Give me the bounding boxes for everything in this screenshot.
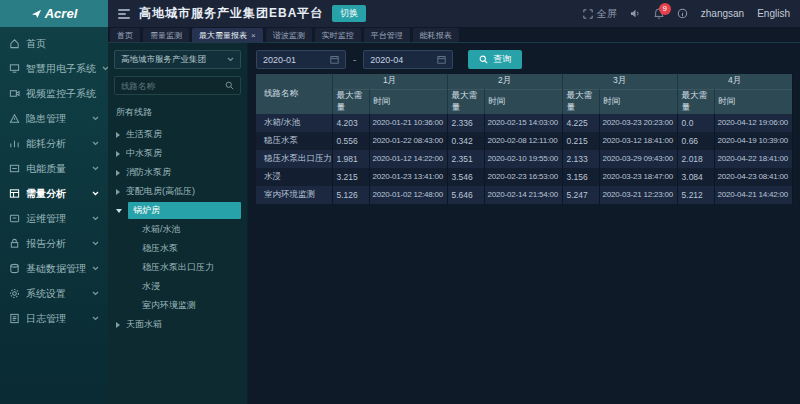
- language-switch[interactable]: English: [757, 8, 790, 19]
- tree-node-roof-tank[interactable]: 天面水箱: [114, 315, 241, 334]
- demand-cell: 4.225: [562, 114, 599, 132]
- demand-cell: 2.133: [562, 150, 599, 168]
- sidebar-item-settings[interactable]: 系统设置: [0, 281, 108, 306]
- chevron-down-icon: [92, 241, 99, 246]
- volume-button[interactable]: [630, 8, 641, 19]
- start-month-picker[interactable]: 2020-01: [256, 50, 346, 69]
- acrel-logo-icon: [31, 8, 42, 19]
- tree-node-pump-outlet-pressure[interactable]: 稳压水泵出口压力: [114, 258, 241, 277]
- demand-cell: 5.126: [332, 186, 369, 204]
- query-button-label: 查询: [493, 53, 511, 66]
- time-cell: 2020-04-21 14:42:00: [714, 186, 792, 204]
- caret-right-icon: [116, 132, 120, 138]
- time-cell: 2020-01-12 14:22:00: [369, 150, 447, 168]
- tab-max-demand-report[interactable]: 最大需量报表 ×: [192, 28, 263, 42]
- sidebar-item-power-quality[interactable]: 电能质量: [0, 156, 108, 181]
- table-row: 稳压水泵出口压力 1.981 2020-01-12 14:22:00 2.351…: [256, 150, 792, 168]
- sidebar-item-logs[interactable]: 日志管理: [0, 306, 108, 331]
- gear-icon: [9, 288, 20, 299]
- tab-harmonic-monitor[interactable]: 谐波监测: [266, 28, 312, 42]
- sidebar-item-demand-analysis[interactable]: 需量分析: [0, 181, 108, 206]
- tree-node-indoor-env[interactable]: 室内环境监测: [114, 296, 241, 315]
- time-sub-header: 时间: [369, 89, 447, 114]
- demand-cell: 3.215: [332, 168, 369, 186]
- sidebar-item-label: 系统设置: [26, 287, 66, 301]
- search-icon: [479, 55, 488, 64]
- time-sub-header: 时间: [599, 89, 677, 114]
- sidebar-item-base-data[interactable]: 基础数据管理: [0, 256, 108, 281]
- sidebar-item-label: 视频监控子系统: [26, 87, 96, 101]
- tab-home[interactable]: 首页: [110, 28, 140, 42]
- info-button[interactable]: [677, 8, 688, 19]
- sidebar-item-report-analysis[interactable]: 报告分析: [0, 231, 108, 256]
- acrel-logo: Acrel: [0, 0, 108, 27]
- tree-node-water-leak[interactable]: 水浸: [114, 277, 241, 296]
- sidebar-item-label: 基础数据管理: [26, 262, 86, 276]
- video-camera-icon: [9, 88, 20, 99]
- line-tree: 所有线路 生活泵房 中水泵房 消防水泵房: [114, 104, 241, 334]
- query-button[interactable]: 查询: [468, 50, 522, 69]
- switch-button[interactable]: 切换: [332, 5, 366, 22]
- sidebar-item-label: 运维管理: [26, 212, 66, 226]
- tree-node-boiler-room[interactable]: 锅炉房: [114, 201, 241, 220]
- time-cell: 2020-04-12 19:06:00: [714, 114, 792, 132]
- sidebar-item-energy-analysis[interactable]: 能耗分析: [0, 131, 108, 156]
- monitor-icon: [9, 63, 20, 74]
- username[interactable]: zhangsan: [701, 8, 744, 19]
- end-month-picker[interactable]: 2020-04: [363, 50, 453, 69]
- tab-energy-report[interactable]: 能耗报表: [413, 28, 459, 42]
- menu-toggle-icon[interactable]: [118, 9, 130, 19]
- tree-root-label[interactable]: 所有线路: [114, 104, 241, 125]
- fullscreen-button[interactable]: 全屏: [583, 7, 617, 21]
- home-icon: [9, 38, 20, 49]
- demand-cell: 0.66: [677, 132, 714, 150]
- logo-text: Acrel: [45, 6, 78, 21]
- search-icon[interactable]: [225, 81, 234, 90]
- tree-node-pressure-pump[interactable]: 稳压水泵: [114, 239, 241, 258]
- demand-sub-header: 最大需量: [562, 89, 599, 114]
- line-search-input[interactable]: [121, 81, 221, 91]
- chevron-down-icon: [92, 191, 99, 196]
- tree-node-water-tank[interactable]: 水箱/水池: [114, 220, 241, 239]
- time-cell: 2020-04-22 18:41:00: [714, 150, 792, 168]
- demand-cell: 2.351: [447, 150, 484, 168]
- demand-cell: 0.556: [332, 132, 369, 150]
- org-select-value: 高地城市服务产业集团: [121, 54, 206, 66]
- notifications-button[interactable]: 9: [654, 8, 664, 19]
- sidebar-item-home[interactable]: 首页: [0, 31, 108, 56]
- sidebar-item-operations[interactable]: 运维管理: [0, 206, 108, 231]
- time-cell: 2020-03-21 12:23:00: [599, 186, 677, 204]
- demand-cell: 0.215: [562, 132, 599, 150]
- caret-right-icon: [116, 170, 120, 176]
- time-cell: 2020-03-23 20:23:00: [599, 114, 677, 132]
- topbar: Acrel 高地城市服务产业集团EBA平台 切换 全屏: [0, 0, 800, 27]
- time-cell: 2020-01-22 08:43:00: [369, 132, 447, 150]
- tree-node-reclaimed-water-pump[interactable]: 中水泵房: [114, 144, 241, 163]
- close-icon[interactable]: ×: [251, 31, 256, 40]
- sidebar-item-label: 能耗分析: [26, 137, 66, 151]
- tab-realtime-monitor[interactable]: 实时监控: [315, 28, 361, 42]
- calendar-icon: [330, 55, 339, 64]
- sidebar-item-smart-power[interactable]: 智慧用电子系统: [0, 56, 108, 81]
- sidebar-item-label: 智慧用电子系统: [26, 62, 96, 76]
- tab-platform-admin[interactable]: 平台管理: [364, 28, 410, 42]
- demand-cell: 3.084: [677, 168, 714, 186]
- demand-cell: 0.342: [447, 132, 484, 150]
- sidebar-item-hazard[interactable]: 隐患管理: [0, 106, 108, 131]
- time-cell: 2020-01-02 12:48:00: [369, 186, 447, 204]
- app-window: Acrel 高地城市服务产业集团EBA平台 切换 全屏: [0, 0, 800, 404]
- report-lock-icon: [9, 238, 20, 249]
- tree-node-fire-pump[interactable]: 消防水泵房: [114, 163, 241, 182]
- sidebar-item-video-monitor[interactable]: 视频监控子系统: [0, 81, 108, 106]
- org-select[interactable]: 高地城市服务产业集团: [114, 50, 241, 69]
- tree-node-distribution-room[interactable]: 变配电房(高低压): [114, 182, 241, 201]
- tab-demand-monitor[interactable]: 需量监测: [143, 28, 189, 42]
- time-cell: 2020-02-10 19:55:00: [484, 150, 562, 168]
- time-sub-header: 时间: [484, 89, 562, 114]
- topbar-right: 全屏 9 zhangsan: [583, 7, 790, 21]
- tree-node-living-pump[interactable]: 生活泵房: [114, 125, 241, 144]
- main-content: 2020-01 - 2020-04 查询: [248, 43, 800, 404]
- line-name-cell: 稳压水泵: [256, 132, 332, 150]
- sidebar-item-label: 电能质量: [26, 162, 66, 176]
- demand-cell: 2.018: [677, 150, 714, 168]
